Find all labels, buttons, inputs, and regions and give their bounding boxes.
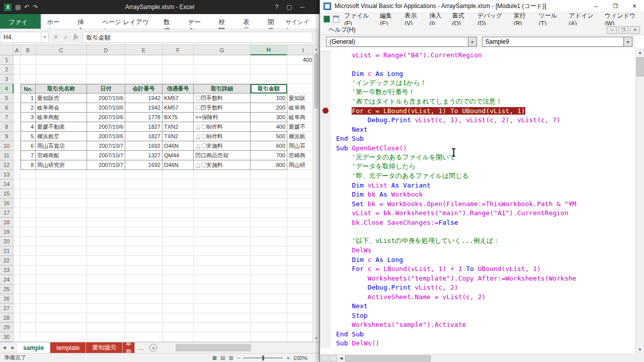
cell-B8[interactable]: 4 — [21, 122, 36, 132]
cell-G30[interactable] — [194, 332, 251, 342]
cell-A15[interactable] — [14, 189, 21, 199]
cell-E13[interactable] — [125, 170, 163, 179]
cell-C1[interactable] — [36, 55, 87, 65]
vba-vertical-scrollbar[interactable]: ▲ ▼ — [635, 48, 644, 354]
code-margin[interactable] — [320, 274, 331, 283]
full-view-button[interactable] — [330, 355, 337, 361]
row-header-11[interactable]: 11 — [0, 151, 14, 160]
cell-H23[interactable] — [251, 265, 287, 275]
cell-B30[interactable] — [21, 332, 36, 342]
cell-D19[interactable] — [87, 227, 125, 237]
chevron-down-icon[interactable]: ▼ — [623, 37, 632, 46]
cell-A21[interactable] — [14, 246, 21, 256]
cell-H18[interactable] — [251, 218, 287, 227]
cell-E4[interactable]: 会計番号 — [125, 84, 163, 94]
cell-C27[interactable] — [36, 304, 87, 313]
cell-B16[interactable] — [21, 199, 36, 208]
cell-H15[interactable] — [251, 189, 287, 199]
ribbon-tab-6[interactable]: 校閲 — [212, 14, 236, 29]
cell-D26[interactable] — [87, 294, 125, 304]
cell-C26[interactable] — [36, 294, 87, 304]
cell-F23[interactable] — [163, 265, 194, 275]
cell-A4[interactable] — [14, 84, 21, 94]
cell-G27[interactable] — [194, 304, 251, 313]
col-header-D[interactable]: D — [87, 45, 125, 55]
code-text[interactable]: ActiveSheet.Name = vList(c, 2) — [331, 293, 486, 301]
enter-icon[interactable]: ✓ — [63, 34, 68, 41]
child-close-icon[interactable]: ✕ — [630, 26, 640, 34]
cell-F14[interactable] — [163, 179, 194, 189]
cell-E18[interactable] — [125, 218, 163, 227]
child-restore-icon[interactable]: ❐ — [618, 26, 628, 34]
ribbon-tab-2[interactable]: 挿入 — [71, 14, 96, 29]
code-margin[interactable] — [320, 50, 331, 60]
row-header-3[interactable]: 3 — [0, 74, 14, 84]
cell-G1[interactable] — [194, 55, 251, 65]
cell-H24[interactable] — [251, 275, 287, 285]
col-header-B[interactable]: B — [21, 45, 36, 55]
cell-I7[interactable]: 岐阜商 — [287, 113, 312, 122]
cell-G12[interactable]: △〇実施料 — [194, 160, 251, 170]
cell-C3[interactable] — [36, 74, 87, 84]
cell-E16[interactable] — [125, 199, 163, 208]
sheet-tab-sample[interactable]: sample — [17, 342, 50, 353]
row-header-2[interactable]: 2 — [0, 65, 14, 74]
cell-E21[interactable] — [125, 246, 163, 256]
cell-G22[interactable] — [194, 256, 251, 265]
cell-H8[interactable]: 400 — [251, 122, 287, 132]
cell-A17[interactable] — [14, 208, 21, 218]
code-margin[interactable] — [320, 264, 331, 274]
sheet-nav-left-icon[interactable]: ◀ — [0, 342, 9, 353]
cell-I22[interactable] — [287, 256, 312, 265]
row-header-4[interactable]: 4 — [0, 84, 14, 94]
cell-E14[interactable] — [125, 179, 163, 189]
cell-E11[interactable]: 1327 — [125, 151, 163, 160]
cell-G21[interactable] — [194, 246, 251, 256]
cell-C22[interactable] — [36, 256, 87, 265]
cell-I8[interactable]: 愛媛不 — [287, 122, 312, 132]
cell-I19[interactable] — [287, 227, 312, 237]
code-text[interactable]: 'データを取得したら — [331, 162, 416, 171]
cell-H16[interactable] — [251, 199, 287, 208]
cell-A13[interactable] — [14, 170, 21, 179]
cell-F26[interactable] — [163, 294, 194, 304]
cell-B1[interactable] — [21, 55, 36, 65]
cell-F4[interactable]: 信憑番号 — [163, 84, 194, 94]
col-header-I[interactable]: I — [287, 45, 312, 55]
zoom-in-button[interactable]: + — [286, 355, 289, 361]
code-text[interactable]: End Sub — [331, 135, 364, 142]
cell-A2[interactable] — [14, 65, 21, 74]
cell-H20[interactable] — [251, 237, 287, 246]
code-text[interactable]: Debug.Print vList(c, 2) — [331, 284, 458, 291]
cell-F10[interactable]: O46N — [163, 141, 194, 151]
cell-H5[interactable]: 100 — [251, 94, 287, 103]
cell-I1[interactable]: 400円 — [287, 55, 312, 65]
row-header-9[interactable]: 9 — [0, 132, 14, 141]
cell-A25[interactable] — [14, 285, 21, 294]
cell-A19[interactable] — [14, 227, 21, 237]
cell-I21[interactable] — [287, 246, 312, 256]
undo-icon[interactable]: ↶ — [24, 4, 29, 10]
row-header-21[interactable]: 21 — [0, 246, 14, 256]
code-margin[interactable] — [320, 162, 331, 171]
cell-F30[interactable] — [163, 332, 194, 342]
code-text[interactable]: '以下、vListの中身を処理していく...例えば： — [331, 236, 500, 245]
cell-G6[interactable]: 〇凹手数料 — [194, 103, 251, 113]
cell-F5[interactable]: KM57 — [163, 94, 194, 103]
cell-H3[interactable] — [251, 74, 287, 84]
cell-E20[interactable] — [125, 237, 163, 246]
cell-B6[interactable]: 2 — [21, 103, 36, 113]
row-header-8[interactable]: 8 — [0, 122, 14, 132]
cell-B29[interactable] — [21, 323, 36, 332]
cell-H13[interactable] — [251, 170, 287, 179]
cell-E8[interactable]: 1827 — [125, 122, 163, 132]
cell-C19[interactable] — [36, 227, 87, 237]
name-box[interactable]: H4 — [0, 32, 41, 43]
code-text[interactable]: Dim c As Long — [331, 70, 403, 77]
cell-G25[interactable] — [194, 285, 251, 294]
cell-F9[interactable]: TXN2 — [163, 132, 194, 141]
cell-B14[interactable] — [21, 179, 36, 189]
row-header-19[interactable]: 19 — [0, 227, 14, 237]
cell-A8[interactable] — [14, 122, 21, 132]
cell-C20[interactable] — [36, 237, 87, 246]
